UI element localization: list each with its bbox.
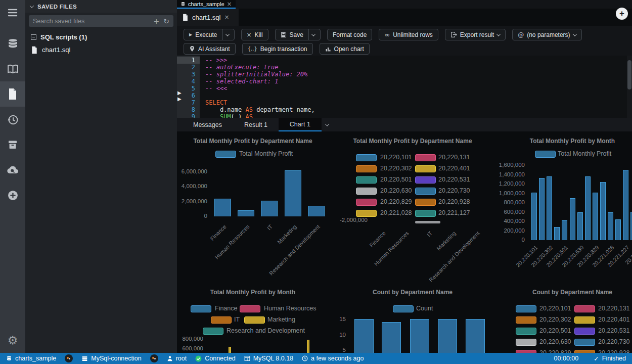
legend-label[interactable]: 20,220,131	[438, 154, 470, 161]
legend-swatch[interactable]	[211, 316, 232, 324]
cloud-search-icon[interactable]	[0, 157, 25, 183]
chevron-down-icon[interactable]	[311, 32, 315, 36]
legend-label[interactable]: 20,220,928	[598, 349, 630, 353]
execute-button[interactable]: ▶ Execute	[184, 29, 235, 40]
legend-label[interactable]: 20,220,730	[438, 187, 470, 194]
legend-swatch[interactable]	[516, 339, 536, 346]
tab-chart-1[interactable]: Chart 1	[279, 118, 322, 131]
saved-files-search[interactable]: + ↻	[29, 15, 173, 27]
legend-label[interactable]: 20,221,028	[380, 209, 412, 216]
chevron-down-icon[interactable]	[496, 32, 501, 36]
legend-label[interactable]: 20,220,302	[539, 316, 571, 323]
legend-label[interactable]: 20,220,630	[539, 338, 571, 345]
legend-swatch[interactable]	[574, 316, 595, 324]
save-button[interactable]: Save	[275, 29, 321, 40]
legend-label[interactable]: Research and Development	[227, 327, 305, 334]
documentation-book-icon[interactable]	[0, 56, 25, 81]
legend-label[interactable]: IT	[234, 316, 240, 323]
tab-messages[interactable]: Messages	[182, 118, 233, 131]
editor-scrollbar-track[interactable]	[627, 56, 632, 118]
execute-script-markers[interactable]: ▶▶	[177, 90, 182, 102]
collapse-icon[interactable]	[31, 34, 36, 40]
refresh-icon[interactable]: ↻	[163, 18, 169, 25]
legend-swatch[interactable]	[356, 176, 377, 184]
status-connection[interactable]: MySql-connection	[81, 355, 141, 362]
chevron-down-icon[interactable]	[572, 32, 576, 36]
legend-label[interactable]: 20,220,501	[380, 176, 412, 183]
legend-swatch[interactable]	[574, 305, 595, 312]
open-chart-button[interactable]: Open chart	[320, 43, 370, 55]
legend-label[interactable]: 20,220,531	[438, 176, 470, 183]
parameters-button[interactable]: @ (no parameters)	[512, 29, 581, 40]
new-tab-plus-button[interactable]: +	[616, 8, 628, 20]
close-icon[interactable]: ×	[224, 14, 229, 21]
legend-label[interactable]: Human Resources	[264, 305, 317, 312]
legend-swatch[interactable]	[215, 151, 236, 158]
legend-swatch[interactable]	[415, 210, 436, 217]
begin-transaction-button[interactable]: {..} Begin transaction	[242, 43, 313, 55]
legend-label[interactable]: 20,220,131	[598, 305, 630, 312]
legend-swatch[interactable]	[535, 151, 556, 158]
legend-label[interactable]: 20,220,501	[539, 327, 571, 334]
legend-label[interactable]: 20,220,101	[539, 305, 571, 312]
add-connection-icon[interactable]	[0, 183, 25, 208]
query-history-icon[interactable]	[0, 107, 25, 132]
legend-label[interactable]: 20,220,630	[380, 187, 412, 194]
file-item-chart1[interactable]: chart1.sql	[25, 43, 177, 56]
legend-swatch[interactable]	[356, 165, 377, 172]
legend-swatch[interactable]	[516, 305, 536, 312]
menu-icon[interactable]	[0, 0, 25, 25]
tab-overflow-chevron[interactable]	[322, 118, 333, 131]
legend-label[interactable]: Count	[416, 305, 433, 312]
legend-label[interactable]: Total Monthly Profit	[558, 150, 611, 157]
legend-label[interactable]: 20,220,531	[598, 327, 630, 334]
legend-swatch[interactable]	[516, 316, 536, 324]
export-result-button[interactable]: Export result	[445, 29, 506, 40]
tab-charts-sample[interactable]: charts_sample ×	[177, 0, 236, 9]
tab-chart1-sql[interactable]: chart1.sql ×	[177, 9, 239, 26]
driver-badge-icon[interactable]	[65, 354, 73, 362]
legend-label[interactable]: Total Monthly Profit	[239, 150, 293, 157]
tab-result-1[interactable]: Result 1	[233, 118, 279, 131]
kill-button[interactable]: × Kill	[241, 29, 268, 40]
resource-manager-archive-icon[interactable]	[0, 132, 25, 157]
legend-swatch[interactable]	[244, 316, 265, 324]
legend-label[interactable]: 20,220,730	[598, 338, 630, 345]
legend-label[interactable]: 20,220,829	[380, 198, 412, 205]
legend-swatch[interactable]	[356, 188, 377, 195]
settings-gear-icon[interactable]: ⚙	[0, 328, 25, 353]
saved-files-header[interactable]: SAVED FILES	[25, 0, 177, 13]
legend-swatch[interactable]	[203, 328, 223, 335]
legend-swatch[interactable]	[415, 176, 436, 184]
editor-scrollbar-thumb[interactable]	[627, 60, 631, 89]
search-input[interactable]	[33, 18, 150, 25]
legend-swatch[interactable]	[415, 188, 436, 195]
legend-swatch[interactable]	[356, 199, 377, 206]
sql-editor-icon[interactable]	[0, 81, 25, 107]
legend-swatch[interactable]	[415, 154, 436, 161]
legend-swatch[interactable]	[415, 199, 436, 206]
sql-scripts-group[interactable]: SQL scripts (1)	[25, 31, 177, 43]
database-navigator-icon[interactable]	[0, 31, 25, 56]
legend-label[interactable]: 20,220,302	[380, 165, 412, 172]
driver-badge-icon[interactable]	[150, 354, 158, 362]
legend-swatch[interactable]	[356, 210, 377, 217]
legend-label[interactable]: 20,220,928	[438, 198, 470, 205]
legend-label[interactable]: 20,220,401	[598, 316, 630, 323]
format-code-button[interactable]: Format code	[327, 29, 372, 40]
legend-label[interactable]: 20,220,829	[539, 349, 571, 353]
code-area[interactable]: -- >>>-- autoExecute: true-- splitterIni…	[205, 57, 625, 118]
legend-label[interactable]: 20,220,401	[438, 165, 470, 172]
legend-swatch[interactable]	[415, 165, 436, 172]
ai-assistant-button[interactable]: AI Assistant	[184, 43, 236, 55]
legend-label[interactable]: 20,221,127	[438, 209, 470, 216]
sql-editor[interactable]: ▶▶ 123456789 -- >>>-- autoExecute: true-…	[177, 56, 632, 118]
chevron-down-icon[interactable]	[225, 32, 229, 36]
status-database[interactable]: charts_sample	[6, 355, 56, 362]
close-icon[interactable]: ×	[227, 1, 232, 8]
legend-swatch[interactable]	[191, 305, 211, 312]
add-file-icon[interactable]: +	[154, 18, 160, 25]
unlimited-rows-button[interactable]: ∞ Unlimited rows	[379, 29, 438, 40]
legend-label[interactable]: 20,220,101	[380, 154, 412, 161]
legend-swatch[interactable]	[516, 328, 536, 335]
